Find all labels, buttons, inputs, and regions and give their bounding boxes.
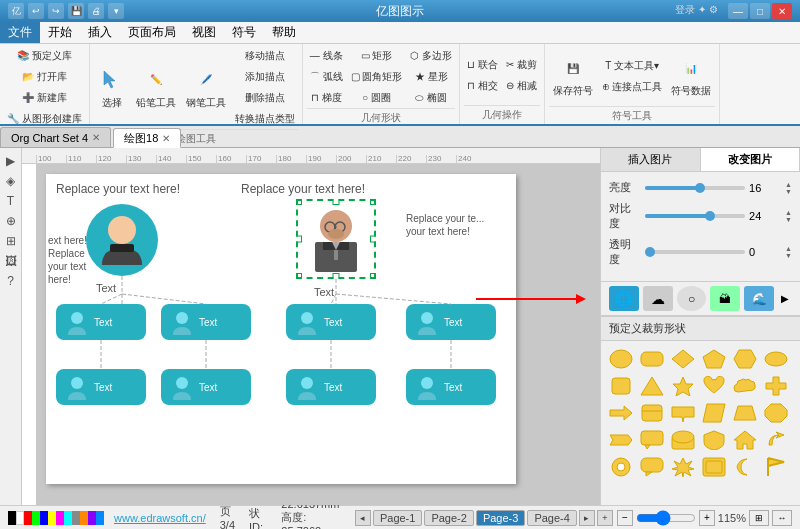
brightness-down[interactable]: ▼: [785, 188, 792, 195]
canvas-area[interactable]: 100 110 120 130 140 150 160 170 180 190 …: [22, 148, 600, 505]
ribbon-btn-clip[interactable]: ✂ 裁剪: [503, 55, 540, 75]
color-white[interactable]: [16, 511, 24, 525]
sidebar-icon-pointer[interactable]: ▶: [2, 152, 20, 170]
ribbon-btn-union[interactable]: ⊔ 联合: [464, 55, 501, 75]
teal-box-3[interactable]: Text: [286, 304, 376, 340]
tab-drawing18[interactable]: 绘图18 ✕: [113, 128, 181, 148]
shape-callout[interactable]: [638, 428, 666, 452]
page-tab-4[interactable]: Page-4: [527, 510, 576, 526]
page-prev[interactable]: ◂: [355, 510, 371, 526]
teal-box-6[interactable]: Text: [161, 369, 251, 405]
shape-diamond[interactable]: [669, 347, 697, 371]
thumb-mountain[interactable]: 🏔: [710, 286, 740, 311]
shape-octagon[interactable]: [762, 401, 790, 425]
person-circle-right[interactable]: [296, 199, 376, 279]
handle-ml[interactable]: [296, 236, 302, 243]
shape-cloud[interactable]: [731, 374, 759, 398]
url-text[interactable]: www.edrawsoft.cn/: [114, 512, 206, 524]
transparency-thumb[interactable]: [645, 247, 655, 257]
shape-curved-arrow[interactable]: [762, 428, 790, 452]
menu-item-start[interactable]: 开始: [40, 22, 80, 43]
sidebar-icon-question[interactable]: ?: [2, 272, 20, 290]
brightness-thumb[interactable]: [695, 183, 705, 193]
menu-item-help[interactable]: 帮助: [264, 22, 304, 43]
shape-donut[interactable]: [607, 455, 635, 479]
sidebar-icon-table[interactable]: ⊞: [2, 232, 20, 250]
ribbon-btn-polygon[interactable]: ⬡ 多边形: [407, 46, 455, 66]
ribbon-btn-ladder[interactable]: ⊓ 梯度: [307, 88, 346, 108]
teal-box-2[interactable]: Text: [161, 304, 251, 340]
rp-tab-change[interactable]: 改变图片: [701, 148, 801, 171]
handle-bl[interactable]: [296, 273, 302, 279]
fit-width-btn[interactable]: ↔: [772, 510, 792, 526]
minimize-button[interactable]: —: [728, 3, 748, 19]
handle-tr[interactable]: [370, 199, 376, 205]
color-red[interactable]: [24, 511, 32, 525]
color-gray[interactable]: [72, 511, 80, 525]
shape-moon[interactable]: [731, 455, 759, 479]
transparency-spinner[interactable]: ▲ ▼: [785, 245, 792, 259]
toolbar-icon-5[interactable]: ▾: [108, 3, 124, 19]
color-black[interactable]: [8, 511, 16, 525]
shape-banner[interactable]: [669, 401, 697, 425]
color-blue[interactable]: [40, 511, 48, 525]
toolbar-icon-1[interactable]: ↩: [28, 3, 44, 19]
contrast-thumb[interactable]: [705, 211, 715, 221]
menu-item-view[interactable]: 视图: [184, 22, 224, 43]
handle-mr[interactable]: [370, 236, 376, 243]
ribbon-btn-circle[interactable]: ○ 圆圈: [348, 88, 406, 108]
thumb-cloud[interactable]: ☁: [643, 286, 673, 311]
shape-explosion[interactable]: [669, 455, 697, 479]
ribbon-btn-from-shape[interactable]: 🔧 从图形创建库: [4, 109, 85, 129]
transparency-up[interactable]: ▲: [785, 245, 792, 252]
ribbon-btn-text-tool[interactable]: T 文本工具▾: [599, 56, 666, 76]
shape-cross[interactable]: [762, 374, 790, 398]
shape-speech-bubble[interactable]: [638, 455, 666, 479]
ribbon-btn-pencil[interactable]: ✏️ 铅笔工具: [132, 58, 180, 118]
ribbon-btn-round-rect[interactable]: ▢ 圆角矩形: [348, 67, 406, 87]
thumb-wave[interactable]: 🌊: [744, 286, 774, 311]
contrast-spinner[interactable]: ▲ ▼: [785, 209, 792, 223]
ribbon-btn-pen[interactable]: 🖊️ 钢笔工具: [182, 58, 230, 118]
toolbar-icon-2[interactable]: ↪: [48, 3, 64, 19]
sidebar-icon-text[interactable]: T: [2, 192, 20, 210]
color-magenta[interactable]: [56, 511, 64, 525]
shape-shield[interactable]: [700, 428, 728, 452]
sidebar-icon-image[interactable]: 🖼: [2, 252, 20, 270]
zoom-in-btn[interactable]: +: [699, 510, 715, 526]
menu-item-file[interactable]: 文件: [0, 22, 40, 43]
menu-item-symbol[interactable]: 符号: [224, 22, 264, 43]
shape-trapezoid[interactable]: [731, 401, 759, 425]
shape-rounded-sq[interactable]: [607, 374, 635, 398]
color-cyan[interactable]: [64, 511, 72, 525]
tab-orgchart[interactable]: Org Chart Set 4 ✕: [0, 127, 111, 147]
transparency-down[interactable]: ▼: [785, 252, 792, 259]
canvas-page[interactable]: Replace your text here! Replace your tex…: [46, 174, 516, 484]
contrast-down[interactable]: ▼: [785, 216, 792, 223]
ribbon-btn-open[interactable]: 📂 打开库: [4, 67, 85, 87]
teal-box-1[interactable]: Text: [56, 304, 146, 340]
handle-tl[interactable]: [296, 199, 302, 205]
ribbon-btn-add-pt[interactable]: 添加描点: [232, 67, 298, 87]
ribbon-btn-convert-pt[interactable]: 转换描点类型: [232, 109, 298, 129]
user-area[interactable]: 登录 ✦ ⚙: [675, 3, 718, 19]
brightness-slider[interactable]: [645, 186, 745, 190]
handle-br[interactable]: [370, 273, 376, 279]
shape-oval[interactable]: [762, 347, 790, 371]
zoom-slider[interactable]: [636, 510, 696, 526]
color-lightblue[interactable]: [96, 511, 104, 525]
page-tab-1[interactable]: Page-1: [373, 510, 422, 526]
ribbon-btn-line[interactable]: — 线条: [307, 46, 346, 66]
toolbar-icon-3[interactable]: 💾: [68, 3, 84, 19]
sidebar-icon-connect[interactable]: ⊕: [2, 212, 20, 230]
sidebar-icon-shapes[interactable]: ◈: [2, 172, 20, 190]
teal-box-4[interactable]: Text: [406, 304, 496, 340]
ribbon-btn-rect[interactable]: ▭ 矩形: [348, 46, 406, 66]
thumb-oval[interactable]: ○: [677, 286, 707, 311]
handle-bm[interactable]: [333, 273, 340, 279]
color-purple[interactable]: [88, 511, 96, 525]
handle-tm[interactable]: [333, 199, 340, 205]
color-orange[interactable]: [80, 511, 88, 525]
brightness-up[interactable]: ▲: [785, 181, 792, 188]
shape-arrow[interactable]: [607, 401, 635, 425]
